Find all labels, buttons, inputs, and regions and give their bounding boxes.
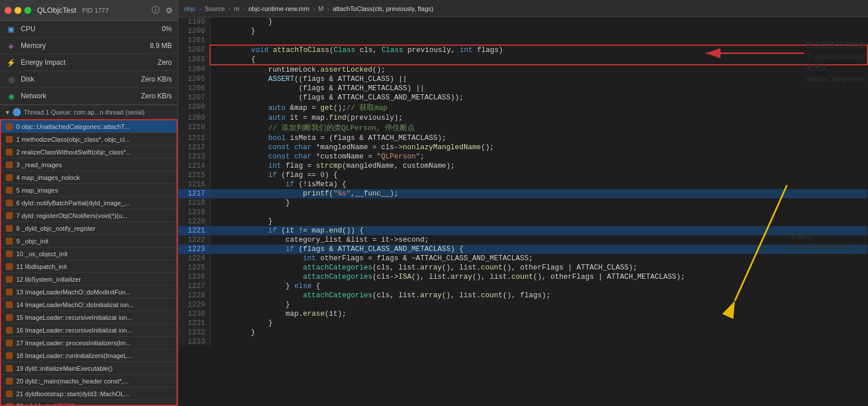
stack-frame-11[interactable]: 11 libdispatch_init xyxy=(1,260,176,273)
line-number-1212: 1212 xyxy=(178,143,210,152)
stack-frame-4[interactable]: 4 map_images_nolock xyxy=(1,171,176,184)
line-number-1201: 1201 xyxy=(178,36,210,45)
stack-frame-label-7: 7 dyld::registerObjCNotifiers(void(*)(u.… xyxy=(16,212,127,219)
breadcrumb-filename[interactable]: objc-runtime-new.mm xyxy=(248,5,309,12)
code-line-1228: 1228 attachCategories(cls, list.array(),… xyxy=(178,291,867,300)
stack-frame-list: 0 objc::UnattachedCategories::attachT...… xyxy=(0,119,178,406)
minimize-button[interactable] xyxy=(14,7,21,14)
stack-frame-label-14: 14 ImageLoaderMachO::doInitializat ion..… xyxy=(16,301,134,308)
line-content-1207: (flags & ATTACH_CLASS_AND_METACLASS)); xyxy=(210,93,867,102)
stack-frame-icon-16 xyxy=(6,327,13,334)
network-label: Network xyxy=(21,92,141,100)
code-line-1201: 1201 xyxy=(178,36,867,45)
stack-frame-icon-22 xyxy=(6,403,13,407)
thread-header[interactable]: ▼ Thread 1 Queue: com.ap...n-thread (ser… xyxy=(0,105,178,119)
stack-frame-label-8: 8 _dyld_objc_notify_register xyxy=(16,225,95,232)
line-content-1220: } xyxy=(210,217,867,226)
line-number-1231: 1231 xyxy=(178,319,210,328)
line-content-1208: auto &map = get();// 获取map xyxy=(210,102,867,113)
stack-frame-7[interactable]: 7 dyld::registerObjCNotifiers(void(*)(u.… xyxy=(1,209,176,222)
stack-frame-label-17: 17 ImageLoader::processInitializers(Im..… xyxy=(16,339,131,346)
thread-label: Thread 1 Queue: com.ap...n-thread (seria… xyxy=(24,109,145,116)
stack-frame-label-12: 12 libSystem_initializer xyxy=(16,276,81,283)
stack-frame-14[interactable]: 14 ImageLoaderMachO::doInitializat ion..… xyxy=(1,298,176,311)
line-content-1204: runtimeLock.assertLocked(); xyxy=(210,65,867,75)
line-number-1216: 1216 xyxy=(178,180,210,189)
stack-frame-13[interactable]: 13 ImageLoaderMachO::doModInitFun... xyxy=(1,286,176,298)
line-content-1211: bool isMeta = (flags & ATTACH_METACLASS)… xyxy=(210,134,867,143)
line-number-1227: 1227 xyxy=(178,282,210,291)
stack-frame-icon-18 xyxy=(6,352,13,359)
line-content-1213: const char *customName = "QLPerson"; xyxy=(210,152,867,161)
stack-frame-17[interactable]: 17 ImageLoader::processInitializers(Im..… xyxy=(1,337,176,349)
thread-indicator xyxy=(13,108,21,116)
stack-frame-icon-19 xyxy=(6,365,13,372)
stack-frame-icon-10 xyxy=(6,250,13,257)
line-number-1219: 1219 xyxy=(178,208,210,217)
cpu-value: 0% xyxy=(162,25,172,33)
stack-frame-0[interactable]: 0 objc::UnattachedCategories::attachT... xyxy=(1,120,176,133)
code-line-1224: 1224 int otherFlags = flags & ~ATTACH_CL… xyxy=(178,254,867,263)
stack-frame-22[interactable]: 22 _dyld_start调用栈 xyxy=(1,400,176,406)
info-icon[interactable]: ⓘ xyxy=(152,5,160,16)
zoom-button[interactable] xyxy=(24,7,31,14)
stack-frame-10[interactable]: 10 _os_object_init xyxy=(1,248,176,260)
stack-frame-2[interactable]: 2 realizeClassWithoutSwift(objc_class*..… xyxy=(1,146,176,158)
stack-frame-20[interactable]: 20 dyld::_main(macho_header const*,... xyxy=(1,375,176,387)
code-line-1220: 1220 } xyxy=(178,217,867,226)
code-line-1199: 1199 } xyxy=(178,17,867,27)
code-line-1230: 1230 map.erase(it); xyxy=(178,309,867,319)
stack-frame-21[interactable]: 21 dyldbootstrap::start(dyld3::MachOL... xyxy=(1,387,176,400)
energy-metric: ⚡ Energy Impact Zero xyxy=(0,54,178,71)
breadcrumb-method-icon: M xyxy=(318,5,323,12)
stack-frame-16[interactable]: 16 ImageLoader::recursiveInitializat ion… xyxy=(1,324,176,337)
line-content-1226: attachCategories(cls->ISA(), list.array(… xyxy=(210,272,867,282)
stack-frame-1[interactable]: 1 methodizeClass(objc_class*, objc_cl... xyxy=(1,133,176,146)
stack-frame-icon-3 xyxy=(6,161,13,168)
breadcrumb-objc[interactable]: objc xyxy=(184,5,196,12)
stack-frame-15[interactable]: 15 ImageLoader::recursiveInitializat ion… xyxy=(1,311,176,324)
cpu-label: CPU xyxy=(21,25,162,33)
line-number-1224: 1224 xyxy=(178,254,210,263)
line-number-1221: 1221 xyxy=(178,226,210,235)
stack-frame-3[interactable]: 3 _read_images xyxy=(1,158,176,171)
line-content-1222: category_list &list = it->second; xyxy=(210,235,867,245)
code-line-1231: 1231 } xyxy=(178,319,867,328)
stack-frame-label-20: 20 dyld::_main(macho_header const*,... xyxy=(16,378,128,385)
stack-frame-9[interactable]: 9 _objc_init xyxy=(1,235,176,248)
stack-frame-6[interactable]: 6 dyld::notifyBatchPartial(dyld_image_..… xyxy=(1,197,176,209)
stack-frame-19[interactable]: 19 dyld::initializeMainExecutable() xyxy=(1,362,176,375)
code-area[interactable]: 1199 }1200 }12011202 void attachToClass(… xyxy=(178,17,868,406)
line-number-1220: 1220 xyxy=(178,217,210,226)
line-content-1225: attachCategories(cls, list.array(), list… xyxy=(210,263,867,272)
line-content-1217: printf("%s",__func__); xyxy=(210,189,867,198)
breadcrumb-m: m xyxy=(234,5,239,12)
app-title: QLObjcTest xyxy=(37,6,76,14)
line-number-1199: 1199 xyxy=(178,17,210,27)
code-line-1212: 1212 const char *mangledName = cls->nonl… xyxy=(178,143,867,152)
line-number-1233: 1233 xyxy=(178,337,210,346)
stack-frame-icon-11 xyxy=(6,263,13,270)
memory-value: 8.9 MB xyxy=(150,42,172,50)
settings-icon[interactable]: ⚙ xyxy=(165,6,173,15)
line-number-1223: 1223 xyxy=(178,245,210,254)
code-line-1227: 1227 } else { xyxy=(178,282,867,291)
line-content-1210: // 添加判断我们的类QLPerson, 停住断点 xyxy=(210,123,867,134)
stack-frame-label-0: 0 objc::UnattachedCategories::attachT... xyxy=(16,123,130,130)
code-line-1223: 1223 if (flags & ATTACH_CLASS_AND_METACL… xyxy=(178,245,867,254)
line-number-1232: 1232 xyxy=(178,328,210,337)
line-content-1215: if (flag == 0) { xyxy=(210,171,867,180)
left-panel: QLObjcTest PID 1777 ⓘ ⚙ ▣ CPU 0% ◈ Memor… xyxy=(0,0,178,406)
stack-frame-icon-17 xyxy=(6,339,13,346)
stack-frame-label-6: 6 dyld::notifyBatchPartial(dyld_image_..… xyxy=(16,200,130,206)
close-button[interactable] xyxy=(5,7,12,14)
line-number-1217: 1217 xyxy=(178,189,210,198)
line-number-1213: 1213 xyxy=(178,152,210,161)
stack-frame-icon-5 xyxy=(6,187,13,194)
stack-frame-12[interactable]: 12 libSystem_initializer xyxy=(1,273,176,286)
stack-frame-icon-1 xyxy=(6,136,13,143)
stack-frame-18[interactable]: 18 ImageLoader::runInitializers(ImageL..… xyxy=(1,349,176,362)
line-number-1204: 1204 xyxy=(178,65,210,75)
stack-frame-8[interactable]: 8 _dyld_objc_notify_register xyxy=(1,222,176,235)
stack-frame-5[interactable]: 5 map_images xyxy=(1,184,176,197)
